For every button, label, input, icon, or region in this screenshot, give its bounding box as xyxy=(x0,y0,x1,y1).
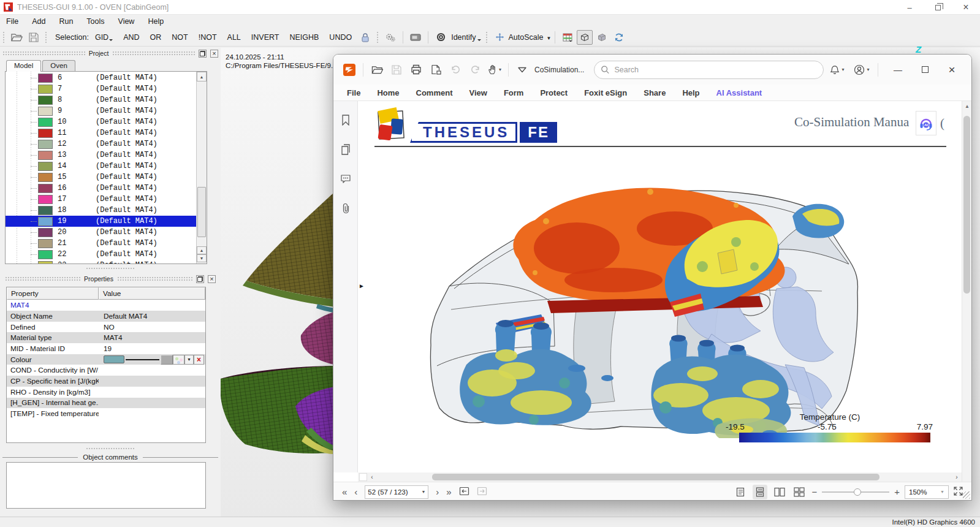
save-button[interactable] xyxy=(388,61,405,78)
ribbon-tab[interactable]: Protect xyxy=(540,88,568,97)
maximize-button[interactable] xyxy=(911,61,938,79)
panel-splitter[interactable] xyxy=(86,447,135,450)
spin-up-button[interactable]: ▲ xyxy=(197,246,207,254)
material-color-swatch[interactable] xyxy=(38,217,53,226)
window-resize-grip[interactable] xyxy=(963,491,970,499)
last-page-button[interactable] xyxy=(446,487,451,497)
account-dropdown-icon[interactable]: ▾ xyxy=(867,67,869,72)
scroll-right-arrow[interactable]: › xyxy=(952,474,962,480)
next-page-button[interactable] xyxy=(436,487,439,497)
material-tree[interactable]: 6 (Default MAT4) 7 (Default MAT4) 8 xyxy=(6,72,196,264)
horizontal-scrollbar-thumb[interactable] xyxy=(432,474,879,480)
zoom-slider[interactable] xyxy=(822,491,889,493)
account-button[interactable]: ▾ xyxy=(853,61,870,78)
pdf-document-view[interactable]: THESEUS FE Co-Simulation Manua ( AI xyxy=(358,101,963,472)
ribbon-tab[interactable]: Share xyxy=(644,88,666,97)
open-file-button[interactable] xyxy=(368,61,386,78)
panel-expander-arrow[interactable] xyxy=(359,282,365,289)
material-color-swatch[interactable] xyxy=(38,96,53,105)
lock-button[interactable] xyxy=(358,30,373,45)
tree-scrollbar-thumb[interactable] xyxy=(197,187,206,237)
previous-view-button[interactable] xyxy=(459,487,469,498)
autoscale-dropdown-icon[interactable] xyxy=(543,33,551,42)
spin-down-button[interactable]: ▼ xyxy=(197,254,207,262)
property-value[interactable]: NO xyxy=(104,323,115,332)
material-color-swatch[interactable] xyxy=(38,239,53,248)
selection-mode-button[interactable]: NOT xyxy=(172,33,188,42)
identify-button[interactable] xyxy=(433,30,448,45)
pages-panel-button[interactable] xyxy=(339,143,352,156)
material-tree-row[interactable]: 7 (Default MAT4) xyxy=(6,83,196,94)
property-row[interactable]: Defined NO ▼ × xyxy=(7,322,205,333)
vertical-scrollbar-thumb[interactable] xyxy=(963,116,970,294)
project-tab[interactable]: Model xyxy=(6,60,41,72)
material-tree-row[interactable]: 11 (Default MAT4) xyxy=(6,127,196,138)
material-color-swatch[interactable] xyxy=(38,129,53,138)
menu-item[interactable]: File xyxy=(6,17,18,26)
page-number-dropdown-icon[interactable]: ▼ xyxy=(421,490,425,494)
previous-page-button[interactable] xyxy=(354,487,357,497)
fullscreen-button[interactable] xyxy=(954,487,963,498)
autoscale-button[interactable] xyxy=(492,30,507,45)
property-row[interactable]: CP - Specific heat in [J/(kgK)] ▼ × xyxy=(7,376,205,387)
toolbar-grip[interactable] xyxy=(485,31,488,44)
menu-item[interactable]: View xyxy=(118,17,135,26)
colour-slider-track[interactable] xyxy=(126,359,159,360)
single-page-view-button[interactable] xyxy=(733,485,748,499)
facing-view-button[interactable] xyxy=(772,485,787,499)
property-row[interactable]: Colour ▼ × xyxy=(7,354,205,365)
selection-mode-button[interactable]: !NOT xyxy=(199,33,217,42)
property-row[interactable]: [H_GEN] - Internal heat ge... ▼ × xyxy=(7,398,205,409)
wireframe-view-button[interactable] xyxy=(577,30,593,45)
property-value[interactable]: Default MAT4 xyxy=(104,312,147,320)
selection-mode-button[interactable]: OR xyxy=(150,33,162,42)
material-color-swatch[interactable] xyxy=(38,250,53,259)
toolbar-grip[interactable] xyxy=(2,31,6,44)
ribbon-tab[interactable]: Foxit eSign xyxy=(584,88,627,97)
material-tree-row[interactable]: 10 (Default MAT4) xyxy=(6,116,196,127)
material-color-swatch[interactable] xyxy=(38,173,53,182)
zoom-in-button[interactable] xyxy=(894,487,900,497)
value-column-header[interactable]: Value xyxy=(99,287,205,300)
solid-view-button[interactable] xyxy=(594,30,610,45)
float-panel-button[interactable] xyxy=(199,50,207,58)
ribbon-tab[interactable]: Home xyxy=(377,88,399,97)
panel-drag-handle[interactable] xyxy=(2,51,85,56)
property-row[interactable]: Material type MAT4 ▼ × xyxy=(7,332,205,343)
continuous-view-button[interactable] xyxy=(753,485,767,499)
close-button[interactable]: × xyxy=(938,61,965,79)
zoom-level-combobox[interactable]: 150% ▼ xyxy=(905,485,949,499)
search-input[interactable] xyxy=(614,66,817,74)
panel-drag-handle[interactable] xyxy=(5,276,80,281)
menu-item[interactable]: Help xyxy=(148,17,164,26)
material-color-swatch[interactable] xyxy=(38,184,53,193)
material-tree-row[interactable]: 14 (Default MAT4) xyxy=(6,161,196,172)
toolbar-grip[interactable] xyxy=(45,31,48,44)
material-tree-row[interactable]: 23 (Default MAT4) xyxy=(6,260,196,264)
material-tree-row[interactable]: 21 (Default MAT4) xyxy=(6,238,196,249)
foxit-logo[interactable] xyxy=(341,61,358,78)
colour-slider-handle[interactable] xyxy=(161,355,173,365)
float-panel-button[interactable] xyxy=(196,275,204,283)
material-color-swatch[interactable] xyxy=(38,140,53,149)
bookmarks-panel-button[interactable] xyxy=(339,113,352,127)
comments-panel-button[interactable] xyxy=(339,172,352,186)
material-color-swatch[interactable] xyxy=(38,118,53,127)
ai-assistant-fab[interactable]: AI xyxy=(916,111,936,135)
ribbon-tab[interactable]: Help xyxy=(682,88,699,97)
notifications-dropdown-icon[interactable]: ▾ xyxy=(841,67,844,72)
material-tree-row[interactable]: 13 (Default MAT4) xyxy=(6,150,196,161)
material-color-swatch[interactable] xyxy=(38,261,53,265)
gears-button[interactable] xyxy=(383,30,398,45)
document-horizontal-scrollbar[interactable]: ‹ › xyxy=(358,472,962,482)
ribbon-tab[interactable]: Comment xyxy=(416,88,453,97)
menu-item[interactable]: Tools xyxy=(86,17,104,26)
menu-item[interactable]: Add xyxy=(32,17,45,26)
material-tree-row[interactable]: 12 (Default MAT4) xyxy=(6,138,196,150)
project-tab[interactable]: Oven xyxy=(42,60,75,72)
material-color-swatch[interactable] xyxy=(38,228,53,237)
facing-continuous-view-button[interactable] xyxy=(792,485,807,499)
property-value[interactable]: MAT4 xyxy=(104,333,123,342)
material-tree-row[interactable]: 22 (Default MAT4) xyxy=(6,249,196,260)
ribbon-tab[interactable]: File xyxy=(347,88,360,97)
